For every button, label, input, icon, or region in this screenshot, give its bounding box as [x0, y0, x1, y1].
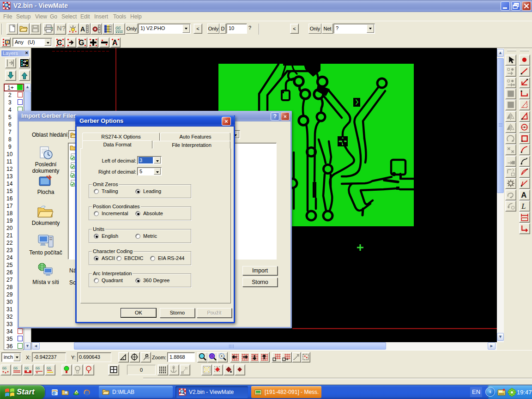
svg-text:66: 66 [47, 366, 51, 370]
svg-text:L: L [521, 202, 526, 211]
svg-text:66: 66 [13, 366, 18, 370]
svg-text:66: 66 [115, 25, 121, 30]
svg-text:66: 66 [24, 366, 29, 370]
svg-text:A: A [521, 191, 526, 200]
svg-text:A: A [80, 25, 85, 33]
svg-text:66: 66 [36, 366, 40, 370]
svg-text:L: L [75, 391, 78, 395]
svg-text:66: 66 [2, 366, 7, 370]
